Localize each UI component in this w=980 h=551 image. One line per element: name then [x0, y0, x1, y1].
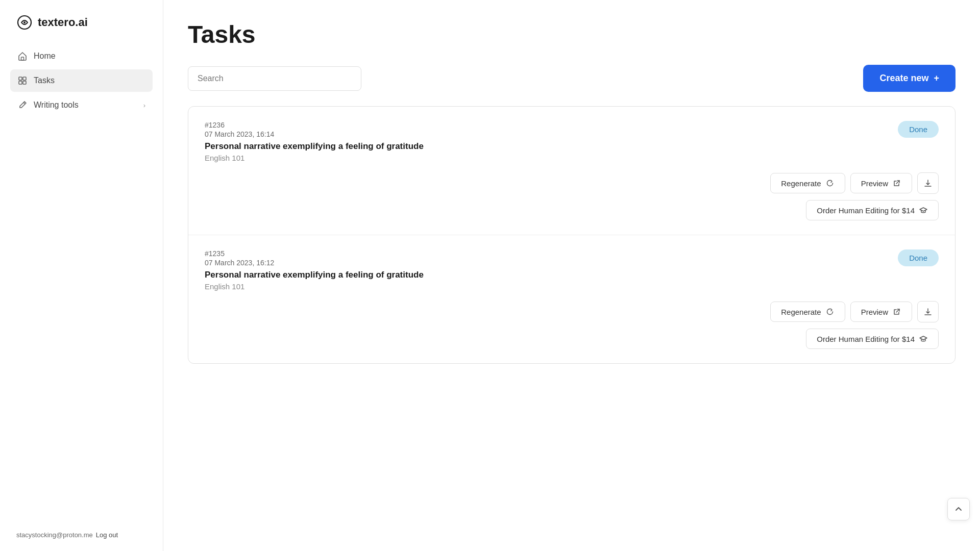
external-link-icon	[892, 179, 901, 188]
task-action-row-1: Regenerate Preview	[770, 172, 939, 194]
scroll-up-button[interactable]	[947, 498, 970, 520]
task-date: 07 March 2023, 16:14	[205, 130, 939, 138]
svg-rect-2	[21, 57, 24, 60]
logo-text: textero.ai	[38, 16, 88, 29]
pen-icon	[17, 100, 28, 110]
svg-rect-5	[19, 81, 22, 84]
tasks-label: Tasks	[34, 76, 55, 85]
regenerate-label: Regenerate	[781, 308, 821, 316]
download-button[interactable]	[917, 301, 939, 322]
regenerate-button[interactable]: Regenerate	[770, 302, 845, 322]
svg-rect-6	[23, 81, 26, 84]
download-icon	[923, 179, 933, 188]
preview-label: Preview	[861, 179, 888, 188]
logout-link[interactable]: Log out	[96, 531, 118, 539]
top-bar: Create new +	[188, 65, 955, 92]
svg-point-1	[23, 21, 26, 23]
page-title: Tasks	[188, 20, 955, 48]
human-editing-label: Order Human Editing for $14	[817, 335, 915, 343]
download-icon	[923, 307, 933, 316]
svg-rect-4	[23, 77, 26, 80]
create-new-label: Create new	[879, 73, 928, 84]
logo[interactable]: textero.ai	[0, 0, 163, 45]
human-editing-button[interactable]: Order Human Editing for $14	[806, 329, 939, 349]
task-item: #1236 07 March 2023, 16:14 Personal narr…	[188, 107, 955, 235]
logo-icon	[16, 14, 33, 31]
status-badge: Done	[898, 121, 939, 138]
user-email: stacystocking@proton.me	[16, 531, 93, 539]
regenerate-button[interactable]: Regenerate	[770, 173, 845, 193]
graduation-icon	[919, 206, 928, 215]
task-date: 07 March 2023, 16:12	[205, 259, 939, 267]
status-badge: Done	[898, 249, 939, 266]
task-subtitle: English 101	[205, 154, 939, 162]
home-icon	[17, 51, 28, 61]
task-item: #1235 07 March 2023, 16:12 Personal narr…	[188, 235, 955, 363]
sidebar-item-writing-tools[interactable]: Writing tools ›	[10, 94, 153, 116]
preview-button[interactable]: Preview	[850, 302, 912, 322]
task-action-row-2: Order Human Editing for $14	[806, 196, 939, 220]
task-action-row-1: Regenerate Preview	[770, 301, 939, 322]
sidebar-navigation: Home Tasks Writing tools ›	[0, 45, 163, 519]
chevron-right-icon: ›	[143, 102, 145, 109]
graduation-icon	[919, 334, 928, 343]
sidebar: textero.ai Home Tasks	[0, 0, 163, 551]
chevron-up-icon	[954, 505, 963, 514]
regenerate-icon	[825, 307, 835, 316]
preview-button[interactable]: Preview	[850, 173, 912, 193]
regenerate-label: Regenerate	[781, 179, 821, 188]
sidebar-item-home[interactable]: Home	[10, 45, 153, 67]
download-button[interactable]	[917, 172, 939, 194]
home-label: Home	[34, 52, 56, 61]
task-title: Personal narrative exemplifying a feelin…	[205, 141, 939, 152]
human-editing-label: Order Human Editing for $14	[817, 206, 915, 215]
main-content: Tasks Create new + #1236 07 March 2023, …	[163, 0, 980, 551]
writing-tools-label: Writing tools	[34, 101, 79, 110]
sidebar-item-tasks[interactable]: Tasks	[10, 69, 153, 92]
svg-rect-3	[19, 77, 22, 80]
human-editing-button[interactable]: Order Human Editing for $14	[806, 200, 939, 220]
plus-icon: +	[934, 73, 939, 84]
task-id: #1235	[205, 249, 939, 258]
task-id: #1236	[205, 121, 939, 129]
external-link-icon	[892, 307, 901, 316]
task-actions: Regenerate Preview	[205, 172, 939, 220]
task-actions: Regenerate Preview	[205, 301, 939, 349]
task-action-row-2: Order Human Editing for $14	[806, 324, 939, 349]
preview-label: Preview	[861, 308, 888, 316]
tasks-icon	[17, 76, 28, 86]
tasks-card: #1236 07 March 2023, 16:14 Personal narr…	[188, 106, 955, 364]
task-title: Personal narrative exemplifying a feelin…	[205, 270, 939, 280]
task-subtitle: English 101	[205, 282, 939, 291]
regenerate-icon	[825, 179, 835, 188]
search-input[interactable]	[188, 66, 361, 91]
sidebar-footer: stacystocking@proton.me Log out	[0, 519, 163, 551]
create-new-button[interactable]: Create new +	[863, 65, 955, 92]
search-wrap	[188, 66, 361, 91]
